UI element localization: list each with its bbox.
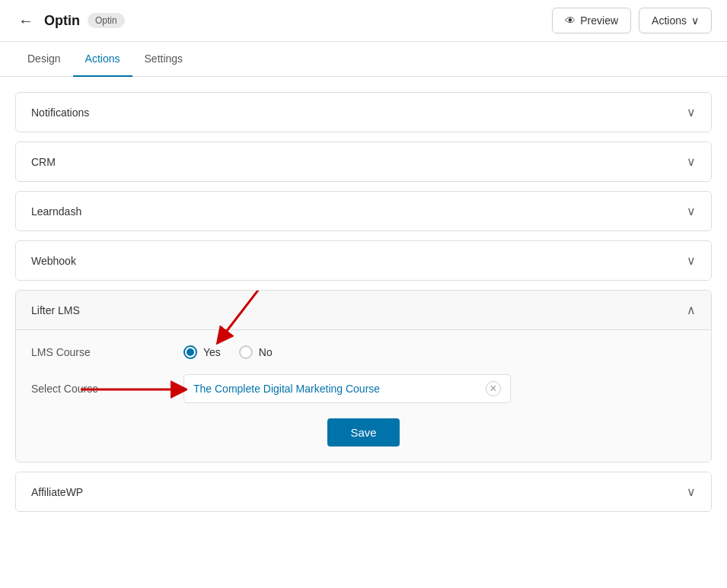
learndash-section: Learndash ∨: [15, 191, 712, 231]
selected-course-text: The Complete Digital Marketing Course: [193, 383, 380, 395]
actions-label: Actions: [652, 14, 687, 27]
learndash-chevron: ∨: [687, 204, 696, 218]
learndash-label: Learndash: [31, 205, 81, 218]
preview-label: Preview: [580, 14, 618, 27]
header-left: ← Optin Optin: [15, 9, 125, 33]
webhook-header[interactable]: Webhook ∨: [16, 241, 711, 280]
notifications-chevron: ∨: [687, 105, 696, 119]
notifications-label: Notifications: [31, 106, 89, 119]
clear-course-button[interactable]: ×: [486, 381, 501, 396]
crm-header[interactable]: CRM ∨: [16, 142, 711, 181]
lifter-lms-section: Lifter LMS ∧ LMS Course: [15, 290, 712, 462]
notifications-header[interactable]: Notifications ∨: [16, 93, 711, 132]
lifter-lms-label: Lifter LMS: [31, 304, 80, 316]
back-button[interactable]: ←: [15, 9, 37, 33]
select-course-label: Select Course: [31, 383, 183, 395]
webhook-section: Webhook ∨: [15, 240, 712, 281]
crm-section: CRM ∨: [15, 141, 712, 182]
tab-design[interactable]: Design: [15, 42, 73, 77]
eye-icon: 👁: [565, 14, 576, 27]
lms-course-label: LMS Course: [31, 346, 183, 358]
lifter-lms-header[interactable]: Lifter LMS ∧: [16, 291, 711, 330]
webhook-chevron: ∨: [687, 253, 696, 268]
preview-button[interactable]: 👁 Preview: [552, 8, 631, 33]
save-button[interactable]: Save: [327, 418, 399, 447]
lms-course-radio-group: Yes No: [183, 345, 273, 359]
yes-radio-option[interactable]: Yes: [183, 345, 221, 359]
header-right: 👁 Preview Actions ∨: [552, 8, 712, 33]
lifter-lms-body: LMS Course: [16, 330, 711, 462]
notifications-section: Notifications ∨: [15, 92, 712, 132]
actions-header-button[interactable]: Actions ∨: [639, 8, 712, 33]
main-content: Notifications ∨ CRM ∨ Learndash ∨ Webhoo…: [0, 77, 727, 536]
yes-radio-label: Yes: [203, 346, 221, 358]
select-course-input[interactable]: The Complete Digital Marketing Course ×: [183, 374, 511, 403]
no-radio-option[interactable]: No: [239, 345, 273, 359]
tabs-bar: Design Actions Settings: [0, 42, 727, 77]
header: ← Optin Optin 👁 Preview Actions ∨: [0, 0, 727, 42]
tab-settings[interactable]: Settings: [132, 42, 196, 77]
crm-chevron: ∨: [687, 154, 696, 169]
select-course-row: Select Course The Complet: [31, 374, 696, 403]
lms-course-row: LMS Course: [31, 345, 696, 359]
save-row: Save: [31, 418, 696, 447]
webhook-label: Webhook: [31, 255, 76, 267]
chevron-down-icon: ∨: [691, 14, 699, 27]
optin-badge: Optin: [88, 13, 125, 28]
crm-label: CRM: [31, 156, 56, 168]
affiliatewp-label: AffiliateWP: [31, 486, 83, 498]
lifter-lms-chevron: ∧: [687, 303, 696, 317]
yes-radio-inner: [187, 348, 194, 356]
tab-actions[interactable]: Actions: [73, 42, 132, 77]
affiliatewp-chevron: ∨: [687, 485, 696, 499]
yes-radio-circle: [183, 345, 197, 359]
learndash-header[interactable]: Learndash ∨: [16, 192, 711, 230]
no-radio-circle: [239, 345, 253, 359]
page-title: Optin: [44, 13, 80, 29]
no-radio-label: No: [259, 346, 273, 358]
affiliatewp-section: AffiliateWP ∨: [15, 472, 712, 512]
affiliatewp-header[interactable]: AffiliateWP ∨: [16, 472, 711, 511]
